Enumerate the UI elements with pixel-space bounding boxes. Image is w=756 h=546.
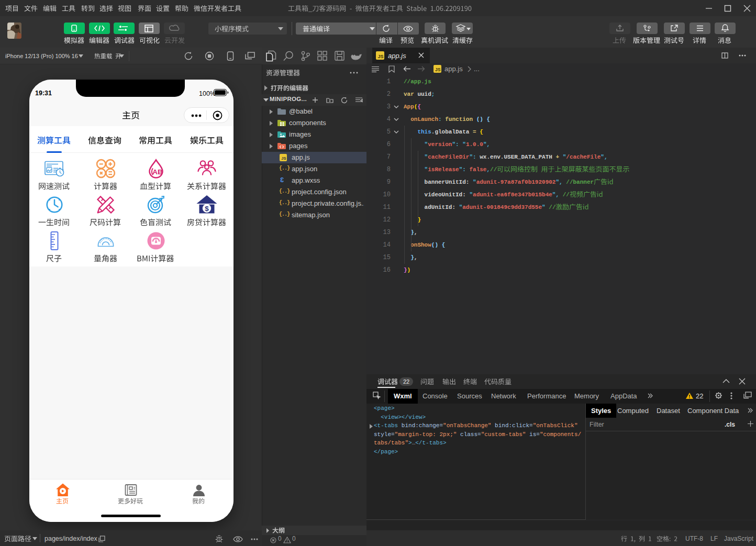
svg-text:AB: AB	[152, 168, 163, 176]
svg-text:$: $	[205, 205, 209, 213]
